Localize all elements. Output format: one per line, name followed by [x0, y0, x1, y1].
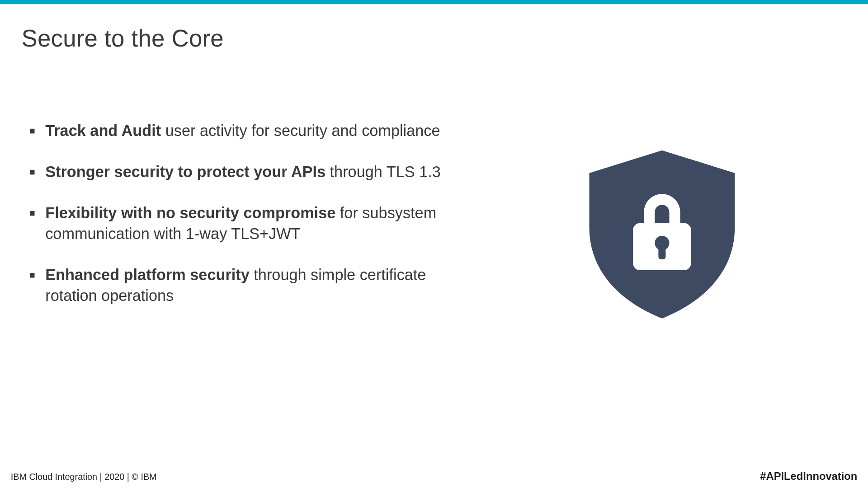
slide-body: Secure to the Core Track and Audit user … [0, 4, 868, 488]
shield-lock-icon [571, 141, 753, 323]
bullet-item: Track and Audit user activity for securi… [30, 120, 441, 141]
slide-title: Secure to the Core [21, 25, 223, 52]
bullet-rest: user activity for security and complianc… [161, 122, 440, 140]
bullet-bold: Enhanced platform security [45, 266, 250, 284]
bullet-bold: Flexibility with no security compromise [45, 204, 335, 222]
svg-rect-2 [658, 243, 665, 259]
slide-footer: IBM Cloud Integration | 2020 | © IBM #AP… [0, 464, 868, 488]
bullet-bold: Stronger security to protect your APIs [45, 163, 326, 181]
bullet-rest: through TLS 1.3 [326, 163, 441, 181]
bullet-item: Enhanced platform security through simpl… [30, 265, 441, 307]
bullet-item: Stronger security to protect your APIs t… [30, 161, 441, 182]
bullet-list: Track and Audit user activity for securi… [30, 120, 441, 327]
footer-left: IBM Cloud Integration | 2020 | © IBM [11, 471, 157, 481]
footer-hashtag: #APILedInnovation [760, 470, 857, 483]
bullet-bold: Track and Audit [45, 122, 161, 140]
bullet-item: Flexibility with no security compromise … [30, 203, 441, 245]
accent-bar [0, 0, 868, 4]
